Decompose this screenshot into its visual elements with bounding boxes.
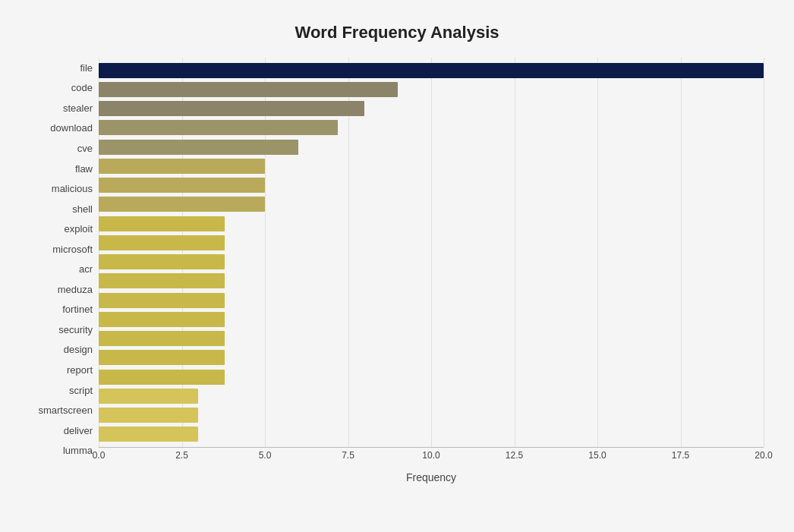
bar-row — [99, 329, 764, 348]
x-tick-label: 20.0 — [755, 450, 772, 461]
x-tick-label: 15.0 — [588, 450, 606, 461]
bar-row — [99, 368, 764, 386]
bar-row — [99, 118, 764, 137]
y-axis-label: design — [64, 340, 93, 360]
bar-row — [99, 387, 764, 405]
bar — [99, 312, 225, 327]
bar-row — [99, 291, 764, 310]
y-axis: filecodestealerdownloadcveflawmaliciouss… — [30, 58, 99, 483]
bar — [99, 235, 225, 250]
x-tick-label: 12.5 — [506, 450, 523, 461]
bar-row — [99, 215, 764, 233]
y-axis-label: lumma — [63, 440, 93, 461]
bar — [99, 82, 398, 97]
x-tick-label: 10.0 — [422, 450, 440, 461]
bar-row — [99, 195, 764, 213]
y-axis-label: acr — [79, 259, 93, 279]
grid-line — [764, 58, 764, 447]
bar-row — [99, 348, 764, 367]
y-axis-label: malicious — [52, 178, 93, 199]
bars-wrapper — [99, 58, 764, 447]
bar — [99, 408, 198, 423]
y-axis-label: report — [67, 360, 93, 380]
y-axis-label: fortinet — [62, 300, 93, 320]
bar — [99, 197, 265, 212]
bar — [99, 293, 225, 308]
bar-row — [99, 176, 764, 194]
bar — [99, 254, 225, 269]
bar — [99, 389, 198, 404]
y-axis-label: meduza — [58, 279, 93, 300]
bar — [99, 273, 225, 288]
bar — [99, 178, 265, 193]
x-tick-label: 7.5 — [342, 450, 354, 461]
y-axis-label: deliver — [64, 420, 93, 441]
y-axis-label: smartscreen — [38, 400, 93, 420]
y-axis-label: cve — [77, 138, 93, 159]
bar-row — [99, 138, 764, 156]
bar — [99, 216, 225, 231]
x-tick-label: 0.0 — [93, 450, 106, 461]
bar-row — [99, 157, 764, 175]
chart-container: Word Frequency Analysis filecodestealerd… — [0, 0, 794, 532]
bar — [99, 101, 364, 116]
x-axis-line — [99, 447, 764, 448]
y-axis-label: shell — [72, 199, 93, 219]
y-axis-label: exploit — [64, 219, 93, 239]
y-axis-label: flaw — [75, 159, 93, 179]
chart-title: Word Frequency Analysis — [30, 15, 764, 42]
y-axis-label: security — [58, 320, 93, 340]
bar-row — [99, 253, 764, 271]
y-axis-label: script — [69, 380, 93, 401]
y-axis-label: download — [50, 118, 93, 139]
bar — [99, 350, 225, 365]
x-tick-label: 2.5 — [175, 450, 188, 461]
x-axis: 0.02.55.07.510.012.515.017.520.0 — [99, 447, 764, 470]
bar-row — [99, 99, 764, 118]
bar — [99, 427, 198, 442]
y-axis-label: stealer — [63, 98, 93, 118]
y-axis-label: file — [80, 58, 93, 78]
bar — [99, 140, 298, 155]
bar-row — [99, 406, 764, 424]
bar-row — [99, 61, 764, 80]
bar — [99, 63, 764, 78]
y-axis-label: code — [71, 78, 93, 99]
x-axis-label: Frequency — [99, 471, 764, 483]
bar-row — [99, 272, 764, 290]
bars-section — [99, 58, 764, 447]
bar-row — [99, 425, 764, 443]
bar — [99, 331, 225, 346]
bar — [99, 370, 225, 385]
x-tick-label: 5.0 — [259, 450, 272, 461]
bar — [99, 120, 338, 135]
chart-area: filecodestealerdownloadcveflawmaliciouss… — [30, 58, 764, 483]
bar-row — [99, 80, 764, 99]
bar-row — [99, 310, 764, 329]
plot-area: 0.02.55.07.510.012.515.017.520.0 Frequen… — [99, 58, 764, 483]
bar — [99, 159, 265, 174]
bar-row — [99, 234, 764, 252]
x-tick-label: 17.5 — [672, 450, 689, 461]
y-axis-label: microsoft — [52, 239, 93, 260]
